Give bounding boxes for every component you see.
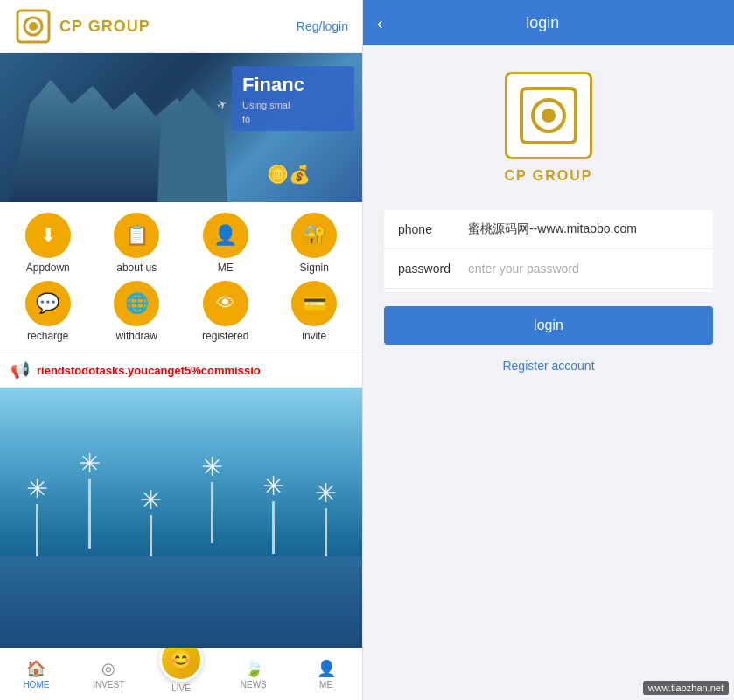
recharge-icon: 💬 bbox=[25, 281, 71, 326]
nav-invest-label: INVEST bbox=[93, 680, 124, 690]
svg-point-2 bbox=[29, 22, 38, 31]
reg-login-button[interactable]: Reg/login bbox=[297, 19, 348, 33]
back-button[interactable]: ‹ bbox=[377, 13, 383, 33]
banner: Financ Using smal fo ✈ 🪙💰 bbox=[0, 53, 363, 202]
windmill-pole-4 bbox=[211, 482, 213, 543]
invite-icon: 💳 bbox=[291, 281, 337, 326]
windmill-blade-6: ✳ bbox=[315, 478, 337, 508]
windmill-4: ✳ bbox=[201, 452, 223, 543]
login-logo-name: CP GROUP bbox=[504, 168, 592, 184]
marquee-text: riendstodotasks.youcanget5%commissio bbox=[37, 364, 261, 377]
icon-appdown[interactable]: ⬇ Appdown bbox=[7, 213, 89, 274]
icon-signin[interactable]: 🔐 Signin bbox=[274, 213, 356, 274]
phone-row: phone bbox=[384, 210, 713, 249]
registered-label: registered bbox=[202, 330, 248, 342]
windmill-blade-4: ✳ bbox=[201, 452, 223, 482]
aboutus-icon: 📋 bbox=[114, 213, 159, 258]
icon-registered[interactable]: 👁 registered bbox=[185, 281, 267, 342]
login-body: CP GROUP phone password login Register a… bbox=[363, 46, 734, 700]
left-panel: CP GROUP Reg/login Financ Using smal fo … bbox=[0, 0, 363, 700]
nav-news[interactable]: 🍃 NEWS bbox=[217, 648, 290, 700]
login-logo-box bbox=[505, 72, 592, 159]
me-label: ME bbox=[218, 262, 234, 274]
banner-text-box: Financ Using smal fo bbox=[232, 66, 354, 131]
windmill-blade-3: ✳ bbox=[140, 485, 162, 515]
password-input[interactable] bbox=[468, 262, 699, 276]
water-area bbox=[0, 556, 362, 648]
bottom-nav: 🏠 HOME ◎ INVEST 😊 LIVE 🍃 NEWS 👤 ME bbox=[0, 648, 362, 700]
banner-subtitle1: Using smal bbox=[242, 100, 344, 110]
login-logo-icon bbox=[518, 85, 579, 146]
appdown-label: Appdown bbox=[26, 262, 70, 274]
windmill-pole-1 bbox=[36, 504, 38, 556]
signin-icon: 🔐 bbox=[291, 213, 337, 258]
invest-icon: ◎ bbox=[101, 659, 115, 678]
svg-point-5 bbox=[542, 108, 556, 122]
nav-home[interactable]: 🏠 HOME bbox=[0, 648, 73, 700]
windmill-5: ✳ bbox=[262, 471, 284, 554]
icon-grid: ⬇ Appdown 📋 about us 👤 ME 🔐 Signin 💬 rec… bbox=[0, 202, 362, 353]
signin-label: Signin bbox=[300, 262, 329, 274]
login-title: login bbox=[394, 14, 692, 32]
me-icon: 👤 bbox=[203, 213, 248, 258]
marquee-bar: 📢 riendstodotasks.youcanget5%commissio bbox=[0, 353, 362, 388]
password-label: password bbox=[398, 262, 468, 276]
right-panel: ‹ login CP GROUP phone password login bbox=[363, 0, 734, 700]
icon-about-us[interactable]: 📋 about us bbox=[96, 213, 178, 274]
windmill-pole-5 bbox=[272, 501, 275, 554]
phone-input[interactable] bbox=[468, 222, 699, 236]
banner-title: Financ bbox=[242, 74, 344, 96]
phone-label: phone bbox=[398, 222, 468, 236]
news-icon: 🍃 bbox=[244, 659, 263, 678]
icon-withdraw[interactable]: 🌐 withdraw bbox=[96, 281, 178, 342]
nav-me-label: ME bbox=[319, 680, 332, 690]
bottom-landscape: ✳ ✳ ✳ ✳ ✳ ✳ bbox=[0, 388, 362, 648]
withdraw-label: withdraw bbox=[116, 330, 157, 342]
windmill-blade-1: ✳ bbox=[26, 473, 48, 504]
windmill-pole-6 bbox=[325, 508, 327, 556]
windmill-pole-2 bbox=[88, 479, 91, 549]
appdown-icon: ⬇ bbox=[25, 213, 71, 258]
home-icon: 🏠 bbox=[26, 659, 45, 678]
recharge-label: recharge bbox=[27, 330, 68, 342]
speaker-icon: 📢 bbox=[10, 360, 30, 380]
icon-me[interactable]: 👤 ME bbox=[185, 213, 267, 274]
nav-invest[interactable]: ◎ INVEST bbox=[73, 648, 145, 700]
cp-group-logo-icon bbox=[14, 7, 52, 46]
windmill-pole-3 bbox=[150, 515, 152, 559]
login-button[interactable]: login bbox=[384, 306, 713, 345]
register-account-link[interactable]: Register account bbox=[502, 359, 594, 373]
icon-recharge[interactable]: 💬 recharge bbox=[7, 281, 89, 342]
nav-live-label: LIVE bbox=[171, 683, 191, 693]
password-row: password bbox=[384, 249, 713, 289]
login-header: ‹ login bbox=[363, 0, 734, 46]
banner-plane-icon: ✈ bbox=[215, 95, 230, 112]
logo-text: CP GROUP bbox=[59, 18, 150, 36]
left-header: CP GROUP Reg/login bbox=[0, 0, 362, 53]
nav-live[interactable]: 😊 LIVE bbox=[145, 648, 218, 700]
windmill-blade-2: ✳ bbox=[79, 448, 101, 479]
nav-news-label: NEWS bbox=[241, 680, 267, 690]
withdraw-icon: 🌐 bbox=[114, 281, 159, 326]
windmill-1: ✳ bbox=[26, 473, 48, 556]
windmill-6: ✳ bbox=[315, 478, 337, 556]
nav-me[interactable]: 👤 ME bbox=[290, 648, 362, 700]
windmill-2: ✳ bbox=[79, 448, 101, 549]
windmill-blade-5: ✳ bbox=[262, 471, 284, 501]
banner-subtitle2: fo bbox=[242, 114, 344, 124]
registered-icon: 👁 bbox=[203, 281, 248, 326]
login-form: phone password bbox=[384, 210, 713, 292]
aboutus-label: about us bbox=[116, 262, 157, 274]
icon-invite[interactable]: 💳 invite bbox=[274, 281, 356, 342]
windmill-3: ✳ bbox=[140, 485, 162, 559]
nav-home-label: HOME bbox=[23, 680, 49, 690]
banner-coins: 🪙💰 bbox=[267, 164, 311, 185]
logo-area: CP GROUP bbox=[14, 7, 150, 46]
watermark: www.tiaozhan.net bbox=[643, 681, 729, 695]
invite-label: invite bbox=[302, 330, 326, 342]
me-nav-icon: 👤 bbox=[317, 659, 336, 678]
